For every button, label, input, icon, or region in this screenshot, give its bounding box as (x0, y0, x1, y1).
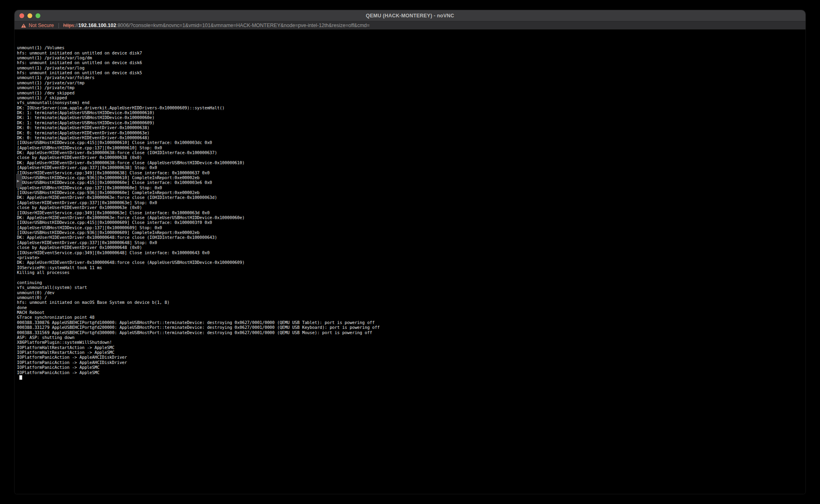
minimize-button[interactable] (27, 13, 32, 18)
terminal-output: unmount(1) /Volumeshfs: unmount initiate… (15, 29, 805, 390)
terminal-line: close by AppleUserHIDEventDriver 0x10000… (17, 155, 805, 160)
terminal-line: DK: AppleUserHIDEventDriver-0x10000063e:… (17, 195, 805, 200)
terminal-line: [IOUserUSBHostHIDDevice.cpp:415][0x10000… (17, 220, 805, 225)
terminal-line: DK: AppleUserHIDEventDriver-0x100000638:… (17, 150, 805, 155)
terminal-line: [IOUserHIDEventService.cpp:349][0x100000… (17, 250, 805, 255)
window-title: QEMU (HACK-MONTEREY) - noVNC (15, 10, 805, 21)
terminal-line: DK: IOUserServer(com.apple.driverkit.App… (17, 105, 805, 110)
terminal-line: DK: AppleUserHIDEventDriver-0x100000638:… (17, 160, 805, 165)
terminal-line: [AppleUserHIDEventDriver.cpp:337][0x1000… (17, 200, 805, 205)
terminal-line: <private> (17, 255, 805, 260)
terminal-line: MACH Reboot (17, 310, 805, 315)
terminal-line: [IOUserUSBHostHIDDevice.cpp:415][0x10000… (17, 140, 805, 145)
terminal-line: unmount(1) /dev skipped (17, 90, 805, 95)
terminal-line: [IOUserUSBHostHIDDevice.cpp:415][0x10000… (17, 180, 805, 185)
terminal-line: ASP: ASP: shutting down (17, 335, 805, 340)
address-bar: Not Secure https :// 192.168.100.102 :80… (15, 21, 805, 29)
terminal-line: unmount(1) / skipped (17, 95, 805, 100)
terminal-line: close by AppleUserHIDEventDriver 0x10000… (17, 205, 805, 210)
terminal-line (17, 275, 805, 280)
terminal-line: done (17, 305, 805, 310)
terminal-line: unmount(1) /Volumes (17, 45, 805, 50)
terminal-line: unmount(1) /private/var/tmp (17, 80, 805, 85)
terminal-line: [IOUserUSBHostHIDDevice.cpp:936][0x10000… (17, 175, 805, 180)
terminal-line: unmount(0) /dev (17, 290, 805, 295)
terminal-line: IOPlatformPanicAction -> AppleAHCIDiskDr… (17, 355, 805, 360)
terminal-line: [AppleUserUSBHostHIDDevice.cpp:137][0x10… (17, 145, 805, 150)
terminal-line: Killing all processes (17, 270, 805, 275)
not-secure-label[interactable]: Not Secure (29, 23, 54, 28)
terminal-line: [AppleUserHIDEventDriver.cpp:337][0x1000… (17, 240, 805, 245)
terminal-line: 000388.331279 AppleUSBEHCIPort@fd200000:… (17, 325, 805, 330)
address-divider (59, 23, 59, 28)
novnc-control-bar-handle[interactable]: ▶ (16, 174, 22, 188)
terminal-line: DK: 1: terminate(AppleUserUSBHostHIDDevi… (17, 120, 805, 125)
terminal-line: IOPlatformPanicAction -> AppleSMC (17, 370, 805, 375)
terminal-line: [IOUserHIDEventService.cpp:349][0x100000… (17, 210, 805, 215)
terminal-line: DK: 0: terminate(AppleUserHIDEventDriver… (17, 125, 805, 130)
terminal-line: hfs: unmount initiated on macOS Base Sys… (17, 300, 805, 305)
close-button[interactable] (19, 13, 24, 18)
zoom-button[interactable] (36, 13, 40, 18)
terminal-line: [IOUserUSBHostHIDDevice.cpp:936][0x10000… (17, 230, 805, 235)
url-path: :8006/?console=kvm&novnc=1&vmid=101&vmna… (116, 23, 370, 28)
terminal-line: IOPlatformHaltRestartAction -> AppleSMC (17, 350, 805, 355)
vnc-viewport[interactable]: unmount(1) /Volumeshfs: unmount initiate… (15, 29, 805, 494)
terminal-line: DK: AppleUserHIDEventDriver-0x100000648:… (17, 235, 805, 240)
terminal-line: IOPlatformHaltRestartAction -> AppleSMC (17, 345, 805, 350)
terminal-line: GTrace synchronization point 48 (17, 315, 805, 320)
terminal-line: DK: AppleUserHIDEventDriver-0x100000648:… (17, 260, 805, 265)
terminal-line: DK: 0: terminate(AppleUserHIDEventDriver… (17, 130, 805, 135)
url-host: 192.168.100.102 (78, 23, 116, 28)
warning-icon[interactable] (21, 23, 26, 28)
terminal-line: unmount(1) /private/var/log/dm (17, 55, 805, 60)
terminal-line: hfs: unmount initiated on untitled on de… (17, 70, 805, 75)
terminal-line: unmount(1) /private/var/folders (17, 75, 805, 80)
terminal-line: continuing (17, 280, 805, 285)
terminal-line: X86PlatformPlugin::systemWillShutdown! (17, 340, 805, 345)
terminal-line: [IOUserUSBHostHIDDevice.cpp:936][0x10000… (17, 190, 805, 195)
terminal-line: hfs: unmount initiated on untitled on de… (17, 60, 805, 65)
browser-window: QEMU (HACK-MONTEREY) - noVNC Not Secure … (15, 10, 805, 494)
url-separator: :// (74, 23, 78, 28)
terminal-line: vfs_unmountall(system) start (17, 285, 805, 290)
terminal-cursor (19, 375, 22, 380)
terminal-line: [IOUserHIDEventService.cpp:349][0x100000… (17, 170, 805, 175)
terminal-line: DK: 1: terminate(AppleUserUSBHostHIDDevi… (17, 110, 805, 115)
terminal-line: [AppleUserHIDEventDriver.cpp:337][0x1000… (17, 165, 805, 170)
chevron-right-icon: ▶ (17, 179, 19, 183)
terminal-line: unmount(1) /private/var/log (17, 65, 805, 70)
terminal-line: close by AppleUserHIDEventDriver 0x10000… (17, 245, 805, 250)
terminal-line: DK: 0: terminate(AppleUserHIDEventDriver… (17, 135, 805, 140)
title-bar: QEMU (HACK-MONTEREY) - noVNC (15, 10, 805, 21)
terminal-line: [AppleUserUSBHostHIDDevice.cpp:137][0x10… (17, 185, 805, 190)
terminal-line: 000388.330876 AppleUSBEHCIPort@fd100000:… (17, 320, 805, 325)
url-field[interactable]: https :// 192.168.100.102 :8006/?console… (63, 23, 370, 28)
terminal-line: vfs_unmountall(nonsystem) end (17, 100, 805, 105)
terminal-line: IOPlatformPanicAction -> AppleSMC (17, 365, 805, 370)
terminal-line: IOServicePH::systemHalt took 11 ms (17, 265, 805, 270)
terminal-line: 000388.331569 AppleUSBEHCIPort@fd300000:… (17, 330, 805, 335)
url-scheme: https (63, 23, 74, 28)
terminal-line: DK: AppleUserHIDEventDriver-0x10000063e:… (17, 215, 805, 220)
traffic-lights (15, 13, 40, 18)
terminal-line: IOPlatformPanicAction -> AppleAHCIDiskDr… (17, 360, 805, 365)
terminal-line: unmount(0) / (17, 295, 805, 300)
terminal-line: unmount(1) /private/tmp (17, 85, 805, 90)
terminal-line: hfs: unmount initiated on untitled on de… (17, 50, 805, 55)
terminal-line: [AppleUserUSBHostHIDDevice.cpp:137][0x10… (17, 225, 805, 230)
terminal-line: DK: 1: terminate(AppleUserUSBHostHIDDevi… (17, 115, 805, 120)
